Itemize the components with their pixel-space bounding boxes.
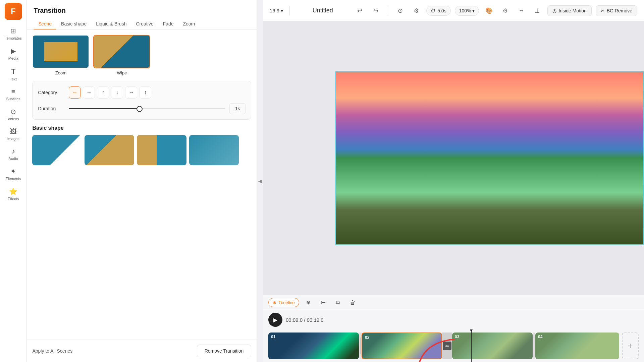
remove-transition-button[interactable]: Remove Transition — [197, 345, 252, 357]
sidebar-item-videos[interactable]: ⊙ Videos — [1, 105, 25, 124]
transition-icon: ⇔ — [443, 342, 451, 350]
clip-04-number: 04 — [538, 335, 542, 339]
duration-slider[interactable] — [69, 105, 225, 112]
timeline-text: Timeline — [278, 300, 295, 305]
shape-2[interactable] — [85, 135, 134, 165]
clip-separator-2[interactable] — [533, 333, 535, 359]
sidebar-item-effects[interactable]: ⭐ Effects — [1, 185, 25, 203]
dir-left[interactable]: ← — [69, 86, 81, 99]
panel-collapse-button[interactable]: ◀ — [257, 0, 263, 362]
sidebar-item-subtitles[interactable]: ≡ Subtitles — [1, 85, 25, 104]
redo-button[interactable]: ↪ — [370, 5, 382, 17]
mirror-button[interactable]: ⊥ — [531, 5, 543, 17]
timeline-clips: 01 02 ⇔ 03 — [263, 329, 644, 362]
speed-selector[interactable]: ⏱ 5.0s — [426, 6, 450, 16]
category-box: Category ← → ↑ ↓ ↔ ↕ Duration — [32, 81, 251, 120]
tab-liquid-brush[interactable]: Liquid & Brush — [91, 18, 131, 29]
transition-marker[interactable]: ⇔ — [442, 333, 452, 359]
clip-03-number: 03 — [455, 335, 459, 339]
clip-01[interactable]: 01 — [268, 333, 359, 359]
apply-to-all-button[interactable]: Apply to All Scenes — [32, 348, 72, 354]
slider-track — [69, 108, 225, 109]
sidebar-item-label: Images — [7, 137, 19, 141]
bg-remove-button[interactable]: ✂ BG Remove — [596, 5, 637, 16]
timeline-label-button[interactable]: ⊕ Timeline — [268, 298, 299, 307]
sidebar-item-images[interactable]: 🖼 Images — [1, 125, 25, 143]
transition-panel: Transition Scene Basic shape Liquid & Br… — [27, 0, 257, 362]
tab-creative[interactable]: Creative — [131, 18, 158, 29]
shape-grid — [32, 135, 251, 165]
time-display: 00:09.0 / 00:19.0 — [286, 317, 324, 323]
motion-icon: ◎ — [552, 8, 556, 13]
panel-body: Zoom Wipe Category ← → ↑ ↓ ↔ ↕ — [27, 29, 257, 340]
dir-vert[interactable]: ↕ — [139, 86, 151, 99]
clip-02[interactable]: 02 — [362, 333, 442, 359]
main-content: 16:9 ▾ Untitled ↩ ↪ ⊙ ⚙ ⏱ 5.0s 100% ▾ 🎨 … — [263, 0, 644, 362]
panel-title: Transition — [27, 0, 257, 14]
sidebar-item-label: Audio — [9, 157, 18, 161]
shape-3[interactable] — [137, 135, 186, 165]
shape-1[interactable] — [32, 135, 82, 165]
timeline-split-button[interactable]: ⊢ — [318, 297, 329, 308]
clip-03[interactable]: 03 — [452, 333, 533, 359]
canvas-area — [263, 21, 644, 295]
shape-4[interactable] — [189, 135, 239, 165]
speed-value: 5.0s — [437, 8, 446, 13]
undo-button[interactable]: ↩ — [354, 5, 366, 17]
media-icon: ▶ — [11, 47, 16, 55]
adjust-button[interactable]: ⚙ — [499, 5, 511, 17]
total-time: 00:19.0 — [307, 317, 324, 323]
zoom-thumbnail — [32, 35, 89, 68]
duration-row: Duration 1s — [38, 103, 246, 114]
subtitles-icon: ≡ — [11, 88, 15, 96]
timeline-add-button[interactable]: ⊕ — [303, 297, 314, 308]
settings-button[interactable]: ⚙ — [410, 5, 422, 17]
speed-clock-icon: ⏱ — [431, 8, 435, 13]
sidebar-item-label: Text — [10, 77, 17, 81]
tab-basic-shape[interactable]: Basic shape — [56, 18, 91, 29]
sidebar-item-text[interactable]: T Text — [1, 64, 25, 84]
sidebar-item-label: Templates — [5, 36, 22, 40]
timeline-delete-button[interactable]: 🗑 — [347, 297, 358, 308]
timeline-duplicate-button[interactable]: ⧉ — [333, 297, 343, 308]
audio-icon: ♪ — [12, 147, 15, 155]
clip-04[interactable]: 04 — [535, 333, 619, 359]
sidebar-item-label: Videos — [8, 117, 19, 121]
transition-zoom[interactable]: Zoom — [32, 35, 89, 75]
sidebar-item-label: Subtitles — [6, 97, 20, 101]
basic-shape-title: Basic shape — [32, 125, 251, 131]
dir-down[interactable]: ↓ — [111, 86, 123, 99]
toolbar-divider-2 — [388, 6, 388, 15]
inside-motion-button[interactable]: ◎ Inside Motion — [547, 5, 591, 16]
sidebar-item-elements[interactable]: ✦ Elements — [1, 165, 25, 183]
zoom-selector[interactable]: 100% ▾ — [455, 6, 479, 16]
add-clip-button[interactable]: + — [622, 333, 639, 359]
tab-fade[interactable]: Fade — [158, 18, 178, 29]
document-title[interactable]: Untitled — [296, 7, 350, 14]
timeline: ⊕ Timeline ⊕ ⊢ ⧉ 🗑 ▶ 00:09.0 / 00:19.0 — [263, 295, 644, 362]
tab-scene[interactable]: Scene — [34, 18, 56, 29]
motion-label: Inside Motion — [558, 8, 586, 13]
duration-label: Duration — [38, 106, 65, 111]
time-separator: / — [304, 317, 307, 323]
flip-button[interactable]: ↔ — [515, 5, 527, 17]
dir-right[interactable]: → — [83, 86, 95, 99]
slider-thumb[interactable] — [137, 106, 143, 112]
effects-icon: ⭐ — [9, 187, 17, 195]
dir-up[interactable]: ↑ — [97, 86, 109, 99]
sidebar-item-audio[interactable]: ♪ Audio — [1, 145, 25, 163]
dir-horiz[interactable]: ↔ — [125, 86, 137, 99]
sidebar-item-templates[interactable]: ⊞ Templates — [1, 24, 25, 43]
ratio-value: 16:9 — [270, 8, 279, 13]
current-time: 00:09.0 — [286, 317, 303, 323]
color-filter-button[interactable]: 🎨 — [483, 5, 495, 17]
play-button[interactable]: ▶ — [268, 313, 282, 327]
tab-zoom[interactable]: Zoom — [178, 18, 200, 29]
playhead-marker — [468, 329, 474, 332]
timeline-toolbar: ⊕ Timeline ⊕ ⊢ ⧉ 🗑 — [263, 295, 644, 310]
aspect-ratio-selector[interactable]: 16:9 ▾ — [270, 8, 283, 14]
transition-wipe[interactable]: Wipe — [93, 35, 150, 75]
record-button[interactable]: ⊙ — [394, 5, 406, 17]
sidebar-item-media[interactable]: ▶ Media — [1, 44, 25, 63]
clip-separator-1[interactable] — [359, 333, 362, 359]
